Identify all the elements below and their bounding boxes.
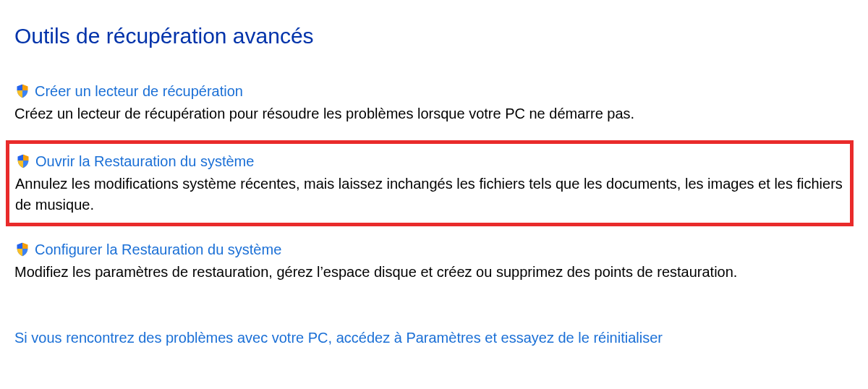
configure-system-restore-link[interactable]: Configurer la Restauration du système [35,239,281,260]
create-recovery-drive-desc: Créez un lecteur de récupération pour ré… [14,103,854,124]
option-create-recovery-drive: Créer un lecteur de récupération Créez u… [14,81,854,124]
configure-system-restore-desc: Modifiez les paramètres de restauration,… [14,262,854,283]
option-open-system-restore: Ouvrir la Restauration du système Annule… [6,140,854,226]
option-configure-system-restore: Configurer la Restauration du système Mo… [14,239,854,283]
open-system-restore-desc: Annulez les modifications système récent… [15,174,844,215]
create-recovery-drive-link[interactable]: Créer un lecteur de récupération [35,81,243,102]
shield-icon [14,241,30,257]
open-system-restore-link[interactable]: Ouvrir la Restauration du système [35,151,254,172]
shield-icon [14,83,30,99]
page-title: Outils de récupération avancés [14,20,854,52]
shield-icon [15,153,31,169]
reset-pc-link[interactable]: Si vous rencontrez des problèmes avec vo… [14,328,663,349]
